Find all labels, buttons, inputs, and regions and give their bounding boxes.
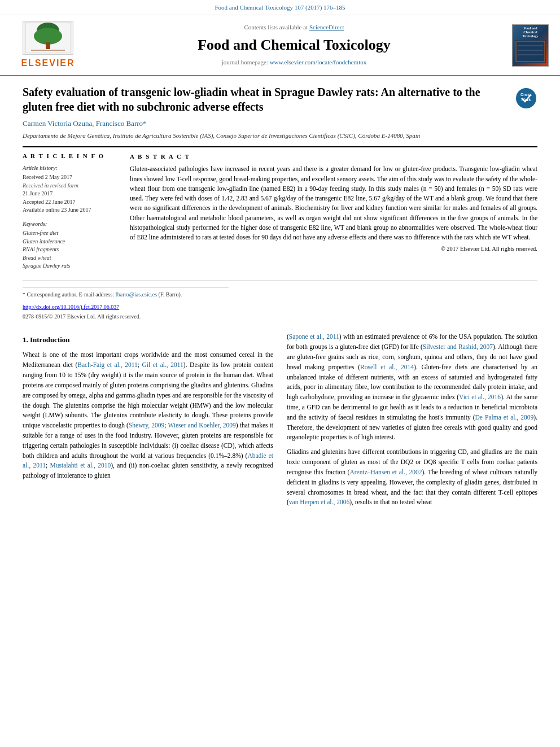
sciencedirect-link[interactable]: ScienceDirect — [309, 24, 344, 30]
abstract-divider — [23, 281, 537, 281]
article-title: Safety evaluation of transgenic low-glia… — [23, 85, 509, 114]
introduction-section: 1. Introduction Wheat is one of the most… — [23, 332, 537, 512]
ref-gil[interactable]: Gil et al., 2011 — [142, 361, 183, 368]
article-history-block: Article history: Received 2 May 2017 Rec… — [23, 164, 119, 215]
copyright-line: © 2017 Elsevier Ltd. All rights reserved… — [130, 244, 537, 254]
journal-citation: Food and Chemical Toxicology 107 (2017) … — [215, 4, 345, 11]
journal-cover-area: Food andChemicalToxicology — [504, 24, 549, 67]
history-label: Article history: — [23, 164, 119, 173]
affiliation-line: Departamento de Mejora Genética, Institu… — [23, 132, 537, 141]
svg-rect-3 — [46, 42, 50, 49]
svg-rect-5 — [515, 40, 546, 63]
keyword-4: Bread wheat — [23, 254, 119, 263]
elsevier-logo: ELSEVIER — [11, 21, 85, 69]
keywords-list: Gluten-free diet Gluten intolerance RNAi… — [23, 229, 119, 270]
journal-title-area: Contents lists available at ScienceDirec… — [85, 23, 504, 67]
abstract-heading: A B S T R A C T — [130, 152, 537, 161]
ref-sapone[interactable]: Sapone et al., 2011 — [289, 333, 339, 340]
received-date: Received 2 May 2017 — [23, 173, 119, 182]
intro-left-para: Wheat is one of the most important crops… — [23, 350, 273, 481]
ref-arentz[interactable]: Arentz–Hansen et al., 2002 — [349, 469, 422, 475]
elsevier-wordmark: ELSEVIER — [21, 56, 75, 69]
issn-line: 0278-6915/© 2017 Elsevier Ltd. All right… — [23, 313, 537, 321]
abstract-text: Gluten-associated pathologies have incre… — [130, 164, 537, 242]
elsevier-tree-image — [23, 21, 73, 55]
journal-name: Food and Chemical Toxicology — [85, 34, 504, 56]
article-info-column: A R T I C L E I N F O Article history: R… — [23, 152, 119, 276]
doi-line: http://dx.doi.org/10.1016/j.fct.2017.06.… — [23, 303, 537, 312]
article-title-section: Safety evaluation of transgenic low-glia… — [23, 85, 537, 114]
homepage-link[interactable]: www.elsevier.com/locate/foodchemtox — [270, 59, 367, 65]
authors-line: Carmen Victoria Ozuna, Francisco Barro* — [23, 119, 537, 129]
intro-section-title: 1. Introduction — [23, 334, 273, 346]
ref-wieser[interactable]: Wieser and Koehler, 2009 — [168, 422, 235, 429]
ref-shewry[interactable]: Shewry, 2009 — [129, 422, 164, 429]
body-right-column: (Sapone et al., 2011) with an estimated … — [287, 332, 537, 512]
intro-right-para2: Gliadins and glutenins have different co… — [287, 447, 537, 508]
ref-mustalahti[interactable]: Mustalahti et al., 2010 — [50, 462, 111, 469]
body-left-column: 1. Introduction Wheat is one of the most… — [23, 332, 273, 512]
main-content-area: Safety evaluation of transgenic low-glia… — [0, 76, 560, 523]
svg-point-2 — [34, 28, 62, 45]
footnote-divider — [23, 287, 229, 287]
doi-link[interactable]: http://dx.doi.org/10.1016/j.fct.2017.06.… — [23, 304, 119, 310]
ref-vici[interactable]: Vici et al., 2016 — [459, 394, 501, 400]
both-text: both — [23, 452, 34, 459]
keyword-2: Gluten intolerance — [23, 238, 119, 246]
revised-date: 21 June 2017 — [23, 190, 119, 198]
body-content: 1. Introduction Wheat is one of the most… — [23, 332, 537, 512]
abstract-column: A B S T R A C T Gluten-associated pathol… — [130, 152, 537, 276]
accepted-date: Accepted 22 June 2017 — [23, 198, 119, 207]
contents-available-text: Contents lists available at ScienceDirec… — [85, 23, 504, 32]
footnote-corresponding: * Corresponding author. E-mail address: … — [23, 291, 537, 299]
available-date: Available online 23 June 2017 — [23, 206, 119, 215]
footnote-email-link[interactable]: fbarro@ias.csic.es — [115, 291, 157, 298]
keywords-block: Keywords: Gluten-free diet Gluten intole… — [23, 220, 119, 270]
keywords-label: Keywords: — [23, 220, 119, 229]
ref-rosell[interactable]: Rosell et al., 2014 — [360, 364, 414, 370]
keyword-5: Sprague Dawley rats — [23, 262, 119, 270]
journal-header: ELSEVIER Contents lists available at Sci… — [0, 15, 560, 76]
publisher-logo-area: ELSEVIER — [11, 21, 85, 69]
title-divider — [23, 146, 537, 147]
ref-silvester[interactable]: Silvester and Rashid, 2007 — [423, 343, 493, 350]
journal-cover-image: Food andChemicalToxicology — [512, 24, 549, 67]
revised-label: Received in revised form — [23, 182, 119, 190]
intro-right-para1: (Sapone et al., 2011) with an estimated … — [287, 332, 537, 443]
keyword-1: Gluten-free diet — [23, 229, 119, 238]
article-info-heading: A R T I C L E I N F O — [23, 152, 119, 161]
ref-depalma[interactable]: De Palma et al., 2009 — [475, 414, 534, 421]
ref-bach-faig[interactable]: Bach-Faig et al., 2011 — [77, 361, 138, 368]
ref-vanherpen[interactable]: van Herpen et al., 2006 — [289, 499, 349, 505]
crossmark-badge: Cross Mark — [515, 87, 537, 113]
both-groups-text: both — [296, 343, 308, 350]
keyword-3: RNAi fragments — [23, 246, 119, 254]
journal-reference-bar: Food and Chemical Toxicology 107 (2017) … — [0, 0, 560, 15]
journal-homepage-line: journal homepage: www.elsevier.com/locat… — [85, 58, 504, 67]
article-info-abstract-section: A R T I C L E I N F O Article history: R… — [23, 152, 537, 276]
